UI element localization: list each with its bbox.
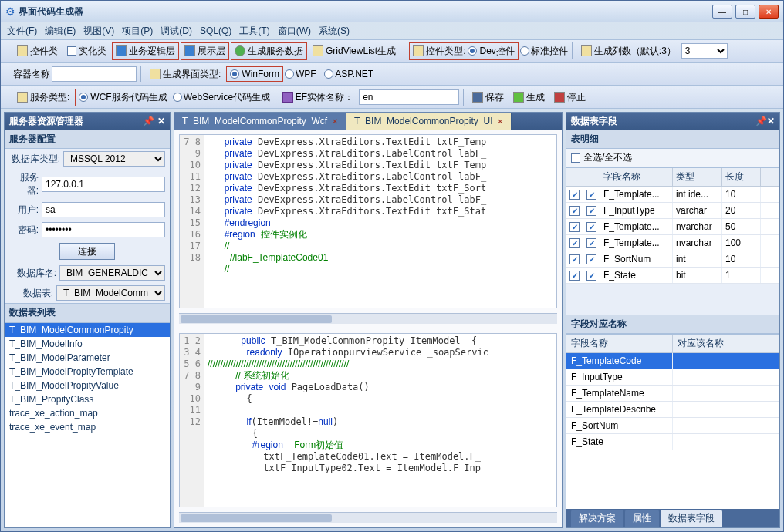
code-view[interactable]: private DevExpress.XtraEditors.TextEdit …: [204, 135, 556, 308]
dbname-select[interactable]: BIM_GENERALDIC: [59, 265, 165, 281]
list-item[interactable]: trace_xe_action_map: [5, 406, 170, 420]
checkbox-icon[interactable]: [586, 271, 596, 281]
close-button[interactable]: ✕: [759, 5, 779, 19]
gen-service-button[interactable]: 生成服务数据: [231, 42, 307, 60]
server-input[interactable]: [42, 177, 165, 192]
table-row[interactable]: F_Template...nvarchar50: [566, 219, 779, 235]
pin-icon[interactable]: 📌: [143, 116, 154, 126]
table-row[interactable]: F_InputTypevarchar20: [566, 203, 779, 219]
radio-webservice[interactable]: [173, 93, 182, 102]
main-content: 服务器资源管理器 📌✕ 服务器配置 数据库类型:MSSQL 2012 服务器: …: [1, 109, 783, 531]
table-row[interactable]: F_TemplateDescribe: [566, 402, 779, 418]
code-view[interactable]: public T_BIM_ModelCommonPropity ItemMode…: [204, 334, 556, 507]
dbtype-select[interactable]: MSSQL 2012: [63, 151, 165, 167]
tab-solution[interactable]: 解决方案: [571, 510, 623, 527]
list-item[interactable]: T_BIM_ModelPropityTemplate: [5, 365, 170, 379]
save-button[interactable]: 保存: [468, 89, 508, 106]
pin-icon[interactable]: 📌: [755, 116, 767, 126]
table-row[interactable]: F_TemplateName: [566, 386, 779, 402]
table-row[interactable]: F_State: [566, 434, 779, 450]
scrollbar[interactable]: [179, 512, 557, 523]
code-pane-bottom[interactable]: 1 2 3 4 5 6 7 8 9 10 11 12 public T_BIM_…: [179, 333, 557, 507]
checkbox-icon[interactable]: [569, 238, 580, 248]
table-row[interactable]: F_Template...nvarchar100: [566, 235, 779, 251]
list-item[interactable]: T_BIM_ModelPropityValue: [5, 379, 170, 392]
table-row[interactable]: F_Template...int ide...10: [566, 187, 779, 203]
radio-wcf-group[interactable]: WCF服务代码生成: [75, 89, 171, 106]
connect-button[interactable]: 连接: [59, 243, 115, 260]
checkbox-icon[interactable]: [586, 222, 596, 232]
checkbox-icon[interactable]: [586, 254, 596, 264]
radio-standard[interactable]: [520, 46, 529, 56]
save-icon: [472, 92, 483, 103]
generate-button[interactable]: 生成: [509, 89, 549, 106]
scrollbar[interactable]: [179, 313, 557, 324]
checkbox-icon[interactable]: [569, 190, 580, 200]
checkbox-icon[interactable]: [569, 206, 580, 216]
panel-close-icon[interactable]: ✕: [157, 116, 165, 126]
checkbox-icon[interactable]: [571, 153, 580, 163]
server-config-header: 服务器配置: [5, 130, 170, 149]
checkbox-icon[interactable]: [586, 190, 596, 200]
panel-close-icon[interactable]: ✕: [767, 116, 775, 126]
menu-view[interactable]: 视图(V): [83, 25, 114, 38]
gridviewlist-button[interactable]: GridViewList生成: [309, 42, 400, 60]
checkbox-icon[interactable]: [586, 238, 596, 248]
control-class-button[interactable]: 控件类: [13, 42, 62, 60]
menu-file[interactable]: 文件(F): [7, 25, 37, 38]
radio-dev[interactable]: [468, 46, 477, 56]
radio-winform-group[interactable]: WinForm: [226, 66, 283, 82]
menu-tools[interactable]: 工具(T): [239, 25, 269, 38]
menu-sql[interactable]: SQL(Q): [200, 25, 231, 36]
close-icon[interactable]: ✕: [497, 117, 503, 126]
tab-fields[interactable]: 数据表字段: [661, 510, 722, 527]
display-layer-button[interactable]: 展示层: [181, 42, 229, 60]
table-row[interactable]: F_TemplateCode: [566, 353, 779, 369]
fields-grid: 字段名称 类型 长度 F_Template...int ide...10F_In…: [566, 167, 779, 284]
select-all-row[interactable]: 全选/全不选: [566, 149, 779, 167]
list-item[interactable]: trace_xe_event_map: [5, 420, 170, 434]
business-layer-button[interactable]: 业务逻辑层: [112, 42, 179, 60]
radio-wpf[interactable]: [285, 69, 294, 79]
tab-wcf[interactable]: T_BIM_ModelCommonPropity_Wcf✕: [174, 113, 346, 130]
table-list[interactable]: T_BIM_ModelCommonPropity T_BIM_ModelInfo…: [5, 322, 170, 527]
radio-wcf[interactable]: [79, 93, 88, 102]
checkbox-icon[interactable]: [569, 222, 580, 232]
list-item[interactable]: T_BIM_PropityClass: [5, 392, 170, 406]
table-row[interactable]: F_SortNumint10: [566, 251, 779, 268]
list-item[interactable]: T_BIM_ModelCommonPropity: [5, 323, 170, 337]
user-input[interactable]: [42, 202, 165, 217]
table-row[interactable]: F_InputType: [566, 369, 779, 386]
tab-properties[interactable]: 属性: [625, 510, 659, 527]
container-name-input[interactable]: [52, 66, 137, 82]
menu-system[interactable]: 系统(S): [319, 25, 350, 38]
checkbox-icon[interactable]: [569, 254, 580, 264]
menu-debug[interactable]: 调试(D): [161, 25, 192, 38]
password-input[interactable]: [42, 222, 165, 237]
radio-winform[interactable]: [230, 69, 239, 79]
menu-project[interactable]: 项目(P): [122, 25, 153, 38]
checkbox-icon[interactable]: [586, 206, 596, 216]
window-title: 界面代码生成器: [19, 5, 709, 19]
datatable-select[interactable]: T_BIM_ModelComm: [56, 285, 165, 301]
checkbox-icon[interactable]: [569, 271, 580, 281]
close-icon[interactable]: ✕: [332, 117, 338, 126]
list-item[interactable]: T_BIM_ModelParameter: [5, 351, 170, 365]
radio-aspnet[interactable]: [324, 69, 333, 79]
table-row[interactable]: F_Statebit1: [566, 268, 779, 284]
minimize-button[interactable]: —: [712, 5, 732, 19]
gen-columns-select[interactable]: 3: [681, 43, 728, 59]
toolbar-3: 服务类型: WCF服务代码生成 WebService代码生成 EF实体名称： 保…: [1, 86, 783, 109]
menu-window[interactable]: 窗口(W): [278, 25, 311, 38]
code-pane-top[interactable]: 7 8 9 10 11 12 13 14 15 16 17 18 private…: [179, 134, 557, 308]
toolbar-2: 容器名称 生成界面类型: WinForm WPF ASP.NET: [1, 62, 783, 86]
ef-name-input[interactable]: [359, 89, 459, 105]
entity-class-button[interactable]: 实化类: [63, 42, 110, 60]
container-name-label: 容器名称: [13, 68, 50, 81]
list-item[interactable]: T_BIM_ModelInfo: [5, 337, 170, 351]
tab-ui[interactable]: T_BIM_ModelCommonPropity_UI✕: [346, 113, 512, 130]
menu-edit[interactable]: 编辑(E): [45, 25, 76, 38]
maximize-button[interactable]: □: [735, 5, 755, 19]
table-row[interactable]: F_SortNum: [566, 418, 779, 434]
stop-button[interactable]: 停止: [550, 89, 590, 106]
